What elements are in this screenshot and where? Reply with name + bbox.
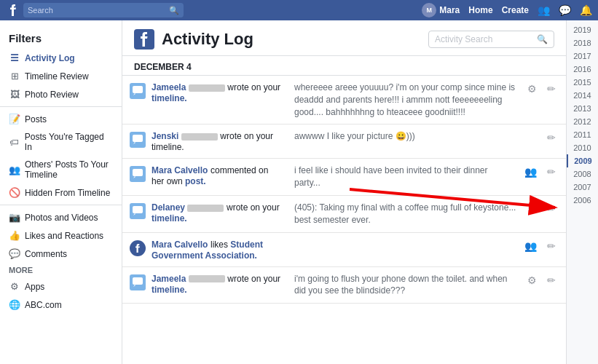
sidebar-item-apps[interactable]: ⚙ Apps [0,277,122,296]
list-item: Mara Calvello likes Student Government A… [122,233,566,267]
year-2011[interactable]: 2011 [567,128,598,141]
sidebar-item-abc[interactable]: 🌐 ABC.com [0,296,122,314]
pencil-button[interactable]: ✏ [544,202,559,216]
likes-icon: 👍 [9,230,20,241]
main-layout: Filters ☰ Activity Log ⊞ Timeline Review… [0,20,598,364]
year-2007[interactable]: 2007 [567,181,598,194]
sidebar-divider-1 [0,106,122,107]
facebook-logo[interactable] [6,3,20,17]
nav-user[interactable]: M Mara [422,3,460,17]
year-2015[interactable]: 2015 [567,76,598,89]
year-2009[interactable]: 2009 [567,154,598,167]
svg-rect-1 [133,135,143,142]
search-icon: 🔍 [169,6,179,15]
people-button[interactable]: 👥 [522,165,540,179]
year-2010[interactable]: 2010 [567,141,598,154]
chat-icon [130,83,146,99]
sidebar-title: Filters [0,26,122,49]
list-item: Jameela wrote on yourtimeline. whereeee … [122,76,566,124]
year-sidebar: 2019 2018 2017 2016 2015 2014 2013 2012 … [566,20,598,364]
nav-create-link[interactable]: Create [502,5,529,15]
year-2013[interactable]: 2013 [567,102,598,115]
pencil-button[interactable]: ✏ [544,82,559,96]
list-item: Mara Calvello commented on her own post.… [122,159,566,196]
item-controls: ✏ [544,130,559,145]
nav-right: M Mara Home Create 👥 💬 🔔 [422,3,592,17]
sidebar-item-timeline-review[interactable]: ⊞ Timeline Review [0,67,122,85]
item-main: Delaney wrote on yourtimeline. (405): Ta… [152,202,519,226]
friends-icon[interactable]: 👥 [538,4,550,16]
pencil-button[interactable]: ✏ [544,273,559,288]
sidebar-item-posts-tagged[interactable]: 🏷 Posts You're Tagged In [0,128,122,156]
nav-username: Mara [439,5,460,15]
sidebar-item-label: Photo Review [25,90,79,100]
sidebar-item-others-posts[interactable]: 👥 Others' Posts To Your Timeline [0,156,122,183]
gear-button[interactable]: ⚙ [524,202,540,216]
year-2014[interactable]: 2014 [567,89,598,102]
sidebar-item-label: Others' Posts To Your Timeline [25,159,113,180]
year-2006[interactable]: 2006 [567,194,598,207]
action-link[interactable]: timeline. [152,213,187,223]
sidebar-item-label: Activity Log [25,53,75,63]
item-left: Jenski wrote on your timeline. [152,130,283,152]
fb-like-icon [130,240,146,256]
pencil-button[interactable]: ✏ [544,130,559,145]
search-icon: 🔍 [537,34,548,44]
sidebar-divider-2 [0,205,122,205]
year-2012[interactable]: 2012 [567,115,598,128]
actor-name: Jameela [152,82,189,92]
sidebar-item-photo-review[interactable]: 🖼 Photo Review [0,85,122,103]
year-2018[interactable]: 2018 [567,36,598,50]
year-2017[interactable]: 2017 [567,50,598,63]
blurred-name [187,205,224,212]
sidebar-item-hidden-from[interactable]: 🚫 Hidden From Timeline [0,183,122,202]
item-left: Jameela wrote on yourtimeline. [152,273,283,298]
sidebar-item-comments[interactable]: 💬 Comments [0,245,122,263]
search-input[interactable] [28,6,169,15]
item-main: Jameela wrote on yourtimeline. whereeee … [152,82,519,118]
sidebar-item-label: Likes and Reactions [25,231,103,241]
activity-log-header: Activity Log 🔍 [122,20,566,56]
list-item: Delaney wrote on yourtimeline. (405): Ta… [122,196,566,233]
svg-rect-2 [133,169,143,176]
sidebar-item-label: Timeline Review [25,71,89,82]
year-2008[interactable]: 2008 [567,167,598,181]
activity-log-icon: ☰ [9,52,20,63]
item-left: Jameela wrote on yourtimeline. [152,82,283,118]
sidebar-item-label: Photos and Videos [25,213,98,223]
notifications-icon[interactable]: 🔔 [580,4,592,16]
list-item: Jenski wrote on your timeline. awwww I l… [122,124,566,159]
year-2019[interactable]: 2019 [567,23,598,36]
content-area: Activity Log 🔍 DECEMBER 4 Jameela [122,20,566,364]
gear-button[interactable]: ⚙ [524,273,540,288]
sidebar-item-likes-reactions[interactable]: 👍 Likes and Reactions [0,226,122,245]
sidebar-more-label[interactable]: MORE [0,263,122,277]
messenger-icon[interactable]: 💬 [559,4,571,16]
action-link[interactable]: timeline. [152,93,187,103]
sidebar-item-posts[interactable]: 📝 Posts [0,110,122,128]
activity-list: Jameela wrote on yourtimeline. whereeee … [122,76,566,364]
pencil-button[interactable]: ✏ [544,165,559,179]
action-link[interactable]: timeline. [152,285,187,295]
item-controls: 👥 ✏ [522,165,559,179]
sidebar-item-activity-log[interactable]: ☰ Activity Log [0,49,122,67]
item-controls: 👥 ✏ [522,239,559,253]
pencil-button[interactable]: ✏ [544,239,559,253]
avatar: M [422,3,436,17]
search-bar[interactable]: 🔍 [23,3,184,17]
item-content: Mara Calvello commented on her own post.… [152,165,516,189]
sidebar-item-label: Posts You're Tagged In [25,132,113,152]
nav-home-link[interactable]: Home [468,5,492,15]
item-text: i'm going to flush your phone down the t… [294,273,519,298]
activity-search-input[interactable] [435,34,537,44]
people-button[interactable]: 👥 [522,239,540,253]
activity-search-bar[interactable]: 🔍 [428,31,554,48]
gear-button[interactable]: ⚙ [524,82,540,96]
actor-name: Delaney [152,202,187,213]
sidebar-item-photos-videos[interactable]: 📷 Photos and Videos [0,208,122,226]
date-header: DECEMBER 4 [122,56,566,76]
item-content: Mara Calvello likes Student Government A… [152,239,516,261]
action-link[interactable]: post. [185,176,206,186]
year-2016[interactable]: 2016 [567,63,598,76]
abc-icon: 🌐 [9,299,20,310]
